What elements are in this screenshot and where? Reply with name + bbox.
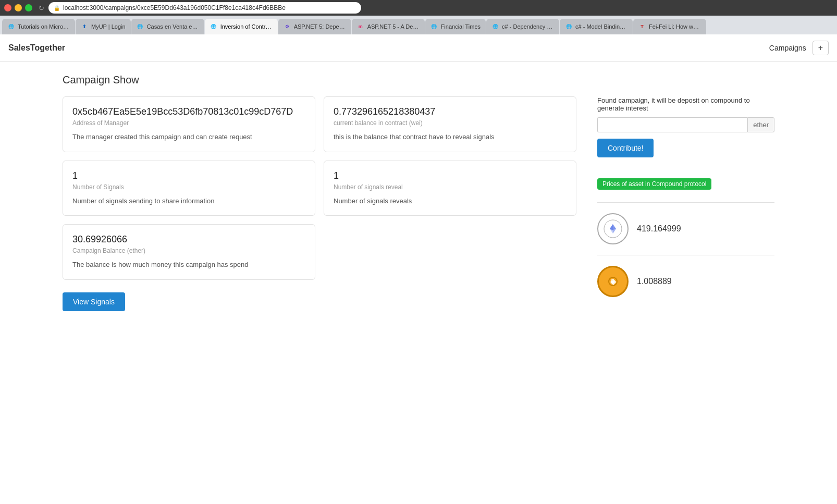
card-num-signals: 1 Number of Signals Number of signals se…: [63, 161, 315, 216]
contribute-amount-input[interactable]: [597, 117, 747, 132]
left-column: 0x5cb467Ea5E5e19Bcc53D6fb70813c01c99cD76…: [63, 96, 576, 311]
url-text: localhost:3000/campaigns/0xce5E59Dd643a1…: [63, 4, 286, 11]
card-num-signals-reveal: 1 Number of signals reveal Number of sig…: [324, 161, 576, 216]
tab-tutorials[interactable]: 🌐 Tutorials on Micros...: [2, 19, 75, 34]
new-campaign-button[interactable]: +: [813, 41, 829, 55]
tab-label-tutorials: Tutorials on Micros...: [18, 23, 70, 30]
card-address: 0x5cb467Ea5E5e19Bcc53D6fb70813c01c99cD76…: [63, 96, 315, 152]
num-signals-value: 1: [72, 170, 305, 181]
tab-inversion[interactable]: 🌐 Inversion of Control...: [205, 19, 278, 34]
tab-favicon-csharp-di: 🌐: [491, 23, 499, 30]
window-controls: [4, 4, 32, 11]
tab-csharp-di[interactable]: 🌐 c# - Dependency In...: [486, 19, 559, 34]
address-description: The manager created this campaign and ca…: [72, 132, 305, 142]
eth-price-value: 419.164999: [637, 224, 681, 233]
page-title: Campaign Show: [63, 74, 774, 86]
balance-wei-label: current balance in contract (wei): [334, 119, 567, 127]
eth-icon: [597, 213, 629, 244]
tab-label-aspnet5: ASP.NET 5: Depend...: [294, 23, 346, 30]
dai-price-row: ◈ D 1.008889: [597, 262, 774, 301]
view-signals-button[interactable]: View Signals: [63, 292, 125, 311]
tab-favicon-inversion: 🌐: [210, 23, 217, 30]
prices-section: Prices of asset in Compound protocol: [597, 178, 774, 301]
tab-favicon-csharp-model: 🌐: [565, 23, 572, 30]
right-column: Found campaign, it will be deposit on co…: [597, 96, 774, 311]
tab-label-myup: MyUP | Login: [91, 23, 126, 30]
tab-favicon-myup: ⬆: [81, 23, 88, 30]
navbar: SalesTogether Campaigns +: [0, 34, 837, 62]
tab-label-csharp-di: c# - Dependency In...: [502, 23, 554, 30]
campaign-balance-label: Campaign Balance (ether): [72, 247, 305, 254]
cards-row-2: 1 Number of Signals Number of signals se…: [63, 161, 576, 216]
num-signals-description: Number of signals sending to share infor…: [72, 196, 305, 206]
eth-price-row: 419.164999: [597, 209, 774, 249]
campaigns-link[interactable]: Campaigns: [769, 44, 806, 52]
campaign-balance-description: The balance is how much money this campa…: [72, 260, 305, 270]
tab-ft[interactable]: 🌐 Financial Times: [425, 19, 486, 34]
nav-actions: Campaigns +: [769, 41, 829, 55]
num-signals-reveal-description: Number of signals reveals: [334, 196, 567, 206]
tab-aspnet5-deep[interactable]: m ASP.NET 5 - A Deep...: [352, 19, 425, 34]
campaign-balance-value: 30.69926066: [72, 234, 305, 245]
tab-label-aspnet5-deep: ASP.NET 5 - A Deep...: [367, 23, 420, 30]
tab-favicon-casas: 🌐: [137, 23, 144, 30]
browser-chrome: ↻ 🔒 localhost:3000/campaigns/0xce5E59Dd6…: [0, 0, 837, 16]
nav-brand: SalesTogether: [8, 43, 769, 53]
tab-label-feifei: Fei-Fei Li: How we'r...: [649, 23, 701, 30]
tab-aspnet5[interactable]: ⚙ ASP.NET 5: Depend...: [278, 19, 351, 34]
address-label: Address of Manager: [72, 119, 305, 127]
close-window-button[interactable]: [4, 4, 11, 11]
tab-casas[interactable]: 🌐 Casas en Venta en...: [131, 19, 204, 34]
tab-favicon-aspnet5-deep: m: [357, 23, 364, 30]
num-signals-reveal-label: Number of signals reveal: [334, 183, 567, 191]
num-signals-reveal-value: 1: [334, 170, 567, 181]
security-icon: 🔒: [54, 5, 60, 11]
tab-favicon-tutorials: 🌐: [7, 23, 15, 30]
tab-feifei[interactable]: T Fei-Fei Li: How we'r...: [633, 19, 706, 34]
tab-label-csharp-model: c# - Model Binding...: [575, 23, 627, 30]
tabs-bar: 🌐 Tutorials on Micros... ⬆ MyUP | Login …: [0, 16, 837, 34]
tab-label-casas: Casas en Venta en...: [147, 23, 199, 30]
prices-divider-2: [597, 255, 774, 255]
cards-row-3: 30.69926066 Campaign Balance (ether) The…: [63, 224, 576, 280]
svg-text:D: D: [611, 279, 614, 285]
main-content: Campaign Show 0x5cb467Ea5E5e19Bcc53D6fb7…: [0, 62, 837, 504]
contribute-button[interactable]: Contribute!: [597, 139, 654, 157]
contribute-text: Found campaign, it will be deposit on co…: [597, 96, 774, 112]
tab-label-ft: Financial Times: [441, 23, 481, 30]
eth-svg: [604, 219, 622, 238]
dai-svg: ◈ D: [604, 272, 622, 291]
tab-favicon-ft: 🌐: [430, 23, 438, 30]
dai-price-value: 1.008889: [637, 277, 672, 286]
tab-favicon-aspnet5: ⚙: [284, 23, 291, 30]
prices-badge: Prices of asset in Compound protocol: [597, 178, 711, 190]
tab-label-inversion: Inversion of Control...: [220, 23, 273, 30]
tab-favicon-feifei: T: [638, 23, 646, 30]
prices-divider: [597, 202, 774, 203]
card-balance-wei: 0.773296165218380437 current balance in …: [324, 96, 576, 152]
cards-row-1: 0x5cb467Ea5E5e19Bcc53D6fb70813c01c99cD76…: [63, 96, 576, 152]
refresh-icon[interactable]: ↻: [39, 4, 44, 12]
dai-icon: ◈ D: [597, 266, 629, 297]
contribute-input-row: ether: [597, 117, 774, 132]
contribute-unit: ether: [747, 117, 774, 132]
balance-wei-value: 0.773296165218380437: [334, 106, 567, 117]
url-bar[interactable]: 🔒 localhost:3000/campaigns/0xce5E59Dd643…: [48, 2, 361, 14]
balance-wei-description: this is the balance that contract have t…: [334, 132, 567, 142]
page-layout: 0x5cb467Ea5E5e19Bcc53D6fb70813c01c99cD76…: [63, 96, 774, 311]
minimize-window-button[interactable]: [15, 4, 22, 11]
tab-myup[interactable]: ⬆ MyUP | Login: [76, 19, 131, 34]
address-value: 0x5cb467Ea5E5e19Bcc53D6fb70813c01c99cD76…: [72, 106, 305, 117]
card-campaign-balance: 30.69926066 Campaign Balance (ether) The…: [63, 224, 315, 280]
contribute-section: Found campaign, it will be deposit on co…: [597, 96, 774, 157]
num-signals-label: Number of Signals: [72, 183, 305, 191]
maximize-window-button[interactable]: [25, 4, 32, 11]
tab-csharp-model[interactable]: 🌐 c# - Model Binding...: [560, 19, 633, 34]
